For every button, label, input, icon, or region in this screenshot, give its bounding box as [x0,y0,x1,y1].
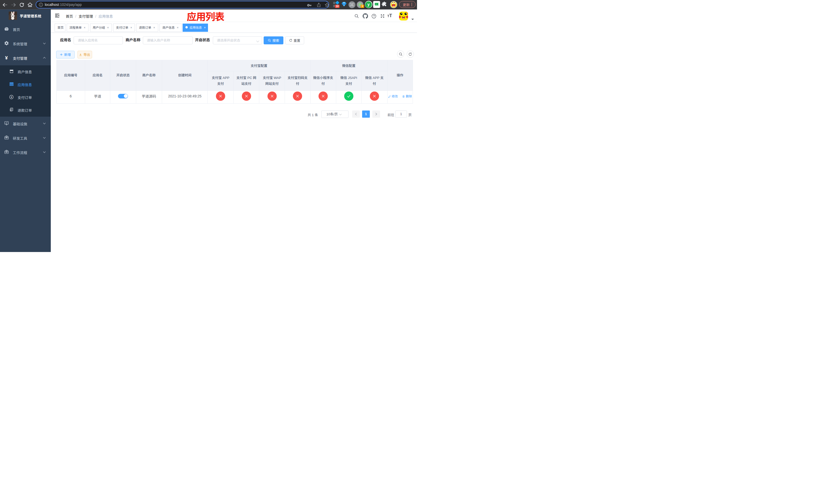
svg-text:¥: ¥ [11,96,12,98]
